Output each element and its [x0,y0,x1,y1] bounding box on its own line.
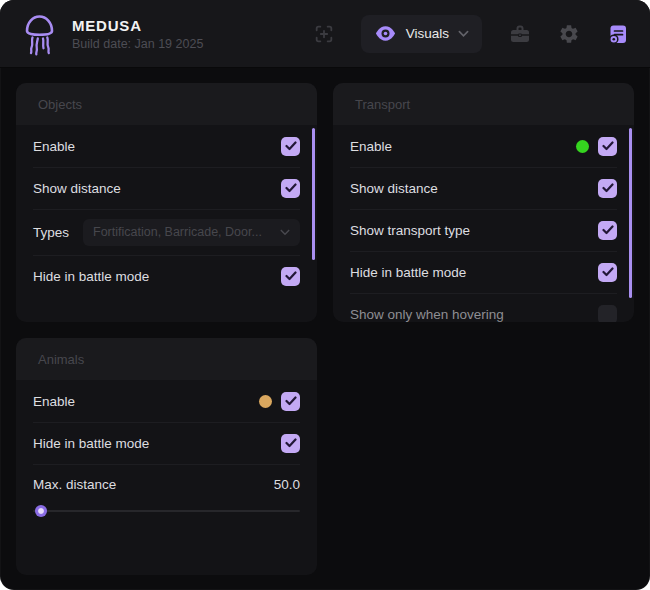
check-icon [602,183,614,193]
transport-hide-battle-row: Hide in battle mode [333,251,634,293]
objects-panel-title: Objects [16,83,317,125]
check-icon [285,141,297,151]
animals-enable-checkbox[interactable] [281,392,300,411]
jellyfish-logo-icon [20,11,60,57]
medusa-window: MEDUSA Build date: Jan 19 2025 Visuals [0,0,650,590]
max-distance-slider-knob[interactable] [35,505,47,517]
row-label: Show distance [33,181,121,196]
transport-hover-only-row: Show only when hovering [333,293,634,322]
transport-scrollbar[interactable] [629,128,632,298]
right-column: Transport Enable Show distance [333,83,634,322]
check-icon [602,267,614,277]
animals-color-dot[interactable] [259,395,272,408]
row-label: Hide in battle mode [33,269,149,284]
objects-panel: Objects Enable Show distance Type [16,83,317,322]
transport-show-distance-row: Show distance [333,167,634,209]
app-title: MEDUSA [72,17,203,34]
visuals-menu-label: Visuals [406,26,449,41]
check-icon [602,141,614,151]
build-date: Build date: Jan 19 2025 [72,37,203,51]
objects-hide-battle-checkbox[interactable] [281,267,300,286]
objects-scrollbar[interactable] [312,128,315,260]
transport-color-dot[interactable] [576,140,589,153]
max-distance-value: 50.0 [274,477,300,492]
animals-enable-row: Enable [16,380,317,422]
crosshair-icon[interactable] [313,23,335,45]
transport-panel-title: Transport [333,83,634,125]
main-content: Objects Enable Show distance Type [0,68,650,575]
objects-show-distance-row: Show distance [16,167,317,209]
transport-enable-checkbox[interactable] [598,137,617,156]
check-icon [285,396,297,406]
header-toolbar: Visuals [313,15,630,53]
visuals-menu-button[interactable]: Visuals [361,15,482,53]
animals-max-distance-row: Max. distance 50.0 [16,464,317,512]
objects-enable-checkbox[interactable] [281,137,300,156]
animals-panel: Animals Enable Hide in battle mode [16,338,317,575]
check-icon [602,225,614,235]
row-label: Enable [33,139,75,154]
objects-hide-battle-row: Hide in battle mode [16,255,317,297]
objects-show-distance-checkbox[interactable] [281,179,300,198]
eye-icon [374,22,397,45]
check-icon [285,271,297,281]
transport-panel: Transport Enable Show distance [333,83,634,322]
row-label: Enable [350,139,392,154]
transport-show-type-row: Show transport type [333,209,634,251]
row-label: Hide in battle mode [33,436,149,451]
transport-show-distance-checkbox[interactable] [598,179,617,198]
check-icon [285,183,297,193]
objects-types-dropdown[interactable]: Fortification, Barricade, Door... [83,219,300,246]
objects-enable-row: Enable [16,125,317,167]
gear-icon[interactable] [558,23,580,45]
row-label: Show only when hovering [350,307,504,322]
chevron-down-icon [280,229,290,236]
max-distance-slider[interactable] [33,510,300,512]
title-block: MEDUSA Build date: Jan 19 2025 [72,17,203,51]
row-label: Show distance [350,181,438,196]
row-label: Hide in battle mode [350,265,466,280]
row-label: Show transport type [350,223,470,238]
animals-hide-battle-row: Hide in battle mode [16,422,317,464]
chevron-down-icon [458,30,469,38]
row-label: Enable [33,394,75,409]
briefcase-icon[interactable] [508,22,532,46]
transport-enable-row: Enable [333,125,634,167]
max-distance-label: Max. distance [33,477,116,492]
transport-show-type-checkbox[interactable] [598,221,617,240]
transport-hide-battle-checkbox[interactable] [598,263,617,282]
transport-hover-only-checkbox[interactable] [598,305,617,323]
header-bar: MEDUSA Build date: Jan 19 2025 Visuals [0,0,650,68]
scripts-card-icon[interactable] [606,22,630,46]
check-icon [285,438,297,448]
animals-hide-battle-checkbox[interactable] [281,434,300,453]
objects-types-row: Types Fortification, Barricade, Door... [16,209,317,255]
left-column: Objects Enable Show distance Type [16,83,317,575]
animals-panel-title: Animals [16,338,317,380]
objects-types-value: Fortification, Barricade, Door... [93,225,280,239]
row-label: Types [33,225,69,240]
